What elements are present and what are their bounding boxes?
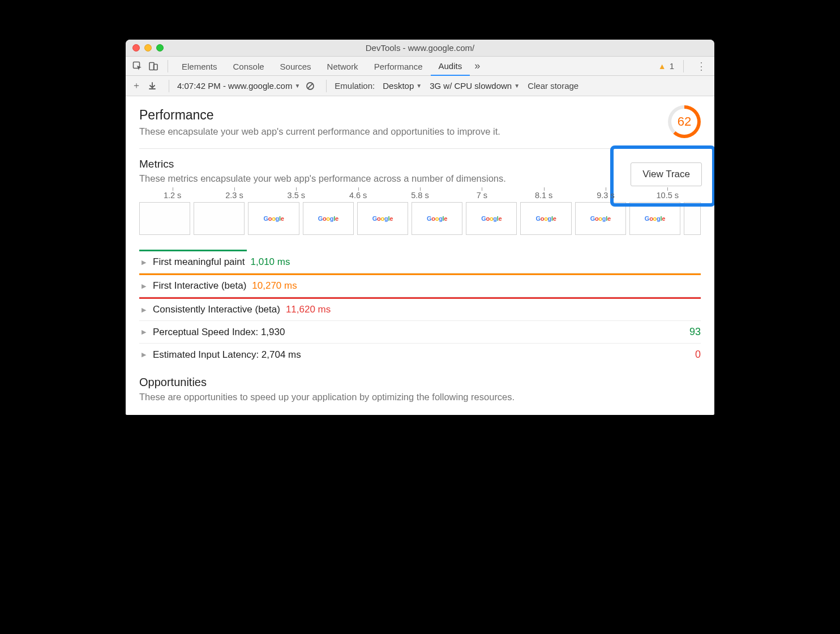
warning-count: 1 <box>670 61 674 71</box>
svg-line-4 <box>308 83 312 88</box>
tab-sources[interactable]: Sources <box>272 57 319 75</box>
performance-score-gauge: 62 <box>668 105 701 138</box>
audit-report: Performance These encapsulate your web a… <box>126 96 714 415</box>
filmstrip-thumb[interactable] <box>684 202 701 235</box>
performance-title: Performance <box>139 108 668 123</box>
chevron-down-icon: ▼ <box>514 83 520 89</box>
filmstrip-thumb[interactable]: Google <box>575 202 626 235</box>
opportunities-section: Opportunities These are opportunities to… <box>139 376 701 402</box>
tab-performance[interactable]: Performance <box>366 57 431 75</box>
metric-value: 11,620 ms <box>286 304 331 315</box>
filmstrip: 1.2 s 2.3 s 3.5 s 4.6 s 5.8 s 7 s 8.1 s … <box>139 191 701 235</box>
close-icon[interactable] <box>132 44 140 52</box>
time-tick: 7 s <box>451 191 513 200</box>
filmstrip-thumb[interactable] <box>194 202 245 235</box>
throttling-selector[interactable]: 3G w/ CPU slowdown ▼ <box>430 81 520 91</box>
window-title: DevTools - www.google.com/ <box>126 43 714 53</box>
expand-icon: ▶ <box>142 328 146 336</box>
metric-value: 10,270 ms <box>252 280 297 292</box>
metric-score: 93 <box>689 326 701 338</box>
metric-label: Consistently Interactive (beta) <box>153 304 280 315</box>
time-tick: 9.3 s <box>575 191 636 200</box>
warning-icon[interactable]: ▲ <box>658 62 666 71</box>
expand-icon: ▶ <box>142 282 146 290</box>
metric-label: First Interactive (beta) <box>153 280 246 292</box>
expand-icon: ▶ <box>142 306 146 314</box>
metric-row-fmp[interactable]: ▶ First meaningful paint 1,010 ms <box>139 251 701 273</box>
device-toolbar-icon[interactable] <box>146 59 161 74</box>
metric-score: 0 <box>695 349 701 361</box>
time-tick: 4.6 s <box>327 191 389 200</box>
window-controls <box>126 44 164 52</box>
performance-subtitle: These encapsulate your web app's current… <box>139 126 668 137</box>
expand-icon: ▶ <box>142 351 146 358</box>
performance-score: 62 <box>671 109 697 135</box>
time-tick: 5.8 s <box>389 191 451 200</box>
tab-elements[interactable]: Elements <box>174 57 225 75</box>
filmstrip-thumb[interactable]: Google <box>629 202 680 235</box>
time-tick: 3.5 s <box>265 191 327 200</box>
chevron-down-icon: ▼ <box>416 83 422 89</box>
expand-icon: ▶ <box>142 259 146 266</box>
tabs-overflow-icon[interactable]: » <box>470 60 485 72</box>
filmstrip-thumb[interactable]: Google <box>520 202 571 235</box>
device-selector[interactable]: Desktop ▼ <box>383 81 422 91</box>
metric-label: Perceptual Speed Index: 1,930 <box>153 327 285 338</box>
view-trace-button[interactable]: View Trace <box>631 162 702 186</box>
new-audit-icon[interactable]: ＋ <box>130 80 143 92</box>
audits-toolbar: ＋ 4:07:42 PM - www.google.com ▼ Emulatio… <box>126 76 714 96</box>
minimize-icon[interactable] <box>144 44 152 52</box>
tab-network[interactable]: Network <box>319 57 366 75</box>
clear-storage-toggle[interactable]: Clear storage <box>528 81 578 91</box>
filmstrip-thumb[interactable]: Google <box>357 202 408 235</box>
metric-list: ▶ First meaningful paint 1,010 ms ▶ Firs… <box>139 250 701 366</box>
tab-audits[interactable]: Audits <box>431 57 470 76</box>
tab-console[interactable]: Console <box>225 57 272 75</box>
devtools-window: DevTools - www.google.com/ Elements Cons… <box>126 40 714 415</box>
time-tick: 2.3 s <box>203 191 265 200</box>
titlebar: DevTools - www.google.com/ <box>126 40 714 57</box>
filmstrip-thumb[interactable]: Google <box>303 202 354 235</box>
filmstrip-thumb[interactable]: Google <box>412 202 462 235</box>
inspect-element-icon[interactable] <box>130 59 145 74</box>
kebab-menu-icon[interactable]: ⋮ <box>693 60 710 72</box>
download-report-icon[interactable] <box>148 82 161 90</box>
metric-label: Estimated Input Latency: 2,704 ms <box>153 349 301 361</box>
opportunities-subtitle: These are opportunities to speed up your… <box>139 392 701 402</box>
metric-row-consistently-interactive[interactable]: ▶ Consistently Interactive (beta) 11,620… <box>139 299 701 321</box>
report-selector[interactable]: 4:07:42 PM - www.google.com ▼ <box>177 81 300 91</box>
filmstrip-thumbnails: Google Google Google Google Google Googl… <box>139 202 701 235</box>
metric-label: First meaningful paint <box>153 256 245 268</box>
filmstrip-thumb[interactable]: Google <box>466 202 517 235</box>
clear-all-icon[interactable] <box>306 82 318 91</box>
emulation-label: Emulation: <box>335 81 375 91</box>
devtools-tabs: Elements Console Sources Network Perform… <box>126 57 714 76</box>
metric-row-eil[interactable]: ▶ Estimated Input Latency: 2,704 ms 0 <box>139 344 701 366</box>
metric-row-first-interactive[interactable]: ▶ First Interactive (beta) 10,270 ms <box>139 275 701 297</box>
performance-header: Performance These encapsulate your web a… <box>139 108 701 138</box>
metric-row-psi[interactable]: ▶ Perceptual Speed Index: 1,930 93 <box>139 321 701 344</box>
time-tick: 10.5 s <box>637 191 698 200</box>
filmstrip-thumb[interactable] <box>139 202 190 235</box>
report-selector-label: 4:07:42 PM - www.google.com <box>177 81 292 91</box>
chevron-down-icon: ▼ <box>294 83 300 89</box>
filmstrip-thumb[interactable]: Google <box>248 202 299 235</box>
opportunities-title: Opportunities <box>139 376 701 389</box>
metrics-header: Metrics These metrics encapsulate your w… <box>139 158 701 184</box>
maximize-icon[interactable] <box>156 44 164 52</box>
metric-value: 1,010 ms <box>251 256 290 268</box>
time-tick: 8.1 s <box>513 191 575 200</box>
time-tick: 1.2 s <box>142 191 203 200</box>
